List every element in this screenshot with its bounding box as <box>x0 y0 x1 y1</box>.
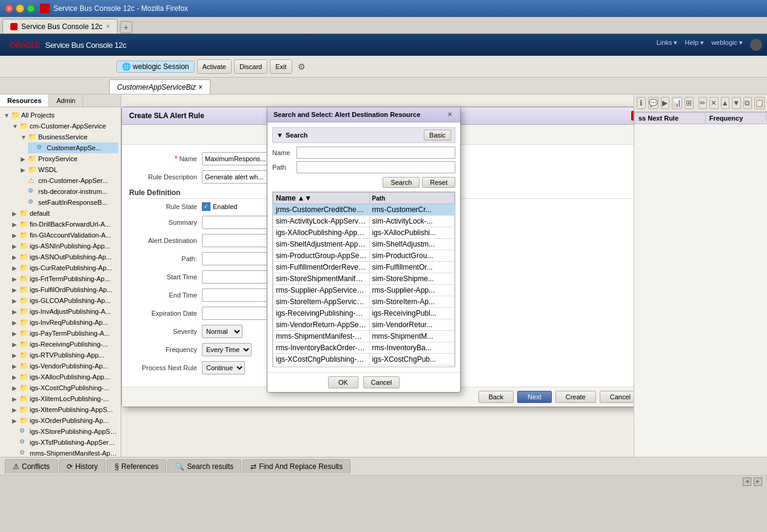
tree-item-fin-gl[interactable]: ▶ 📁 fin-GIAccountValidation-A... <box>11 230 118 241</box>
close-btn[interactable]: ✕ <box>5 4 13 13</box>
tree-item-customer-app[interactable]: ⚙ CustomerAppSe... <box>28 142 118 153</box>
inner-cancel-btn[interactable]: Cancel <box>363 376 400 388</box>
tree-item-cm2[interactable]: ⚠ cm-Customer-AppSer... <box>19 175 118 186</box>
tree-item-igs-frt[interactable]: ▶ 📁 igs-FrtTermPublishing-Ap... <box>11 273 118 284</box>
inner-dialog-close-btn[interactable]: × <box>446 110 454 119</box>
down-btn[interactable]: ▼ <box>732 97 741 109</box>
severity-select[interactable]: Normal Warning Critical Fatal <box>202 325 243 338</box>
tree-item-proxy-service[interactable]: ▶ 📁 ProxyService <box>19 153 118 164</box>
tree-item-igs-fulfil[interactable]: ▶ 📁 igs-FulfilOrdPublishing-Ap... <box>11 284 118 295</box>
table-row[interactable]: sim-ShelfAdjustment-AppServic... sim-She… <box>273 239 455 250</box>
table-row[interactable]: sim-ActivityLock-AppServiceDe... sim-Act… <box>273 216 455 227</box>
conflicts-tab[interactable]: ⚠ Conflicts <box>5 459 58 474</box>
tree-item-igs-xiloc[interactable]: ▶ 📁 igs-XIitemLocPublishing-... <box>11 393 118 404</box>
frequency-select[interactable]: Every Time Once <box>202 343 252 356</box>
col-path-header[interactable]: Path <box>369 193 454 204</box>
tree-item-igs-xtsf[interactable]: ⚙ igs-XTsfPublishing-AppServiceDecorator <box>11 437 118 448</box>
scroll-left-btn[interactable]: ◄ <box>743 477 751 486</box>
tree-item-igs-xstore[interactable]: ⚙ igs-XStorePublishing-AppServiceDecorat… <box>11 426 118 437</box>
info-btn[interactable]: ℹ <box>637 97 646 109</box>
basic-btn[interactable]: Basic <box>424 130 451 141</box>
search-section-header[interactable]: ▼ Search Basic <box>272 127 455 143</box>
settings-icon[interactable]: ⚙ <box>295 59 309 74</box>
table-row[interactable]: rms-Supplier-AppServiceDecor... rms-Supp… <box>273 285 455 296</box>
table-row[interactable]: sim-FulfillmentOrderReversePic... sim-Fu… <box>273 262 455 273</box>
paste-btn[interactable]: 📋 <box>754 97 765 109</box>
history-tab[interactable]: ⟳ History <box>59 459 106 474</box>
find-replace-tab[interactable]: ⇄ Find And Replace Results <box>243 459 350 474</box>
search-name-input[interactable] <box>296 147 455 159</box>
process-next-select[interactable]: Continue Stop <box>202 361 245 374</box>
table-row[interactable]: sim-StoreItem-AppServiceDeco... sim-Stor… <box>273 296 455 308</box>
up-btn[interactable]: ▲ <box>721 97 730 109</box>
tree-item-igs-glcoa[interactable]: ▶ 📁 igs-GLCOAPublishing-Ap... <box>11 295 118 306</box>
table-row[interactable]: jrms-CustomerCreditCheck-App... rms-Cust… <box>273 204 455 216</box>
grid-btn[interactable]: ⊞ <box>685 97 694 109</box>
tree-item-igs-cur[interactable]: ▶ 📁 igs-CurRatePublishing-Ap... <box>11 262 118 273</box>
tree-item-igs-xitem[interactable]: ▶ 📁 igs-XItemPublishing-AppS... <box>11 404 118 415</box>
table-row[interactable]: igs-XCostChgPublishing-AppSer... igs-XCo… <box>273 354 455 365</box>
user-menu[interactable]: weblogic ▾ <box>711 39 743 51</box>
scroll-right-btn[interactable]: ► <box>754 477 762 486</box>
help-menu[interactable]: Help ▾ <box>685 39 704 51</box>
browser-tab[interactable]: Service Bus Console 12c × <box>2 19 118 33</box>
tree-item-igs-rtv[interactable]: ▶ 📁 igs-RTVPublishing-App... <box>11 350 118 361</box>
references-tab[interactable]: § References <box>107 459 166 474</box>
search-execute-btn[interactable]: Search <box>383 177 420 188</box>
enabled-checkbox[interactable]: ✓ <box>202 202 210 211</box>
app-tab-close[interactable]: × <box>198 83 203 91</box>
tree-item-igs-asn-in[interactable]: ▶ 📁 igs-ASNInPublishing-App... <box>11 241 118 251</box>
tree-item-igs-xorder[interactable]: ▶ 📁 igs-XOrderPublishing-Ap... <box>11 415 118 426</box>
tree-item-mms[interactable]: ⚙ mms-ShipmentManifest-AppServiceDecorat… <box>11 448 118 457</box>
tree-item-fin-drill[interactable]: ▶ 📁 fin-DrillBackForwardUrl-A... <box>11 219 118 230</box>
discard-btn[interactable]: Discard <box>234 59 267 74</box>
comment-btn[interactable]: 💬 <box>648 97 658 109</box>
minimize-btn[interactable]: − <box>16 4 24 13</box>
tree-item-igs-asn-out[interactable]: ▶ 📁 igs-ASNOutPublishing-Ap... <box>11 251 118 262</box>
tree-item-igs-xcost[interactable]: ▶ 📁 igs-XCostChgPublishing-... <box>11 382 118 393</box>
activate-btn[interactable]: Activate <box>197 59 232 74</box>
table-row[interactable]: sim-VendorReturn-AppServiceD... sim-Vend… <box>273 319 455 331</box>
tree-item-business-service[interactable]: ▼ 📁 BusinessService <box>19 131 118 142</box>
tab-close-btn[interactable]: × <box>106 23 110 30</box>
delete-btn[interactable]: ✕ <box>709 97 718 109</box>
back-btn[interactable]: Back <box>478 391 514 403</box>
search-path-input[interactable] <box>296 161 455 173</box>
maximize-btn[interactable]: □ <box>27 4 35 13</box>
table-row[interactable]: igs-ReceivingPublishing-AppSer... igs-Re… <box>273 308 455 319</box>
table-row[interactable]: rms-InventoryBackOrder-AppS... rms-Inven… <box>273 342 455 354</box>
create-btn[interactable]: Create <box>555 391 596 403</box>
tree-item-set-fault[interactable]: ⚙ setFaultInResponseB... <box>19 197 118 208</box>
tree-item-igs-inv-req[interactable]: ▶ 📁 igs-InvReqPublishing-Ap... <box>11 317 118 328</box>
tree-item-all-projects[interactable]: ▼ 📁 All Projects <box>2 110 118 121</box>
results-table-container[interactable]: Name ▲▼ Path jrms-CustomerCreditCheck-Ap… <box>272 191 455 367</box>
next-btn[interactable]: Next <box>517 391 552 403</box>
cancel-btn[interactable]: Cancel <box>600 391 634 403</box>
ok-btn[interactable]: OK <box>328 376 358 388</box>
tree-item-igs-payterm[interactable]: ▶ 📁 igs-PayTermPublishing-A... <box>11 328 118 339</box>
tree-item-cm[interactable]: ▼ 📁 cm-Customer-AppService <box>11 121 118 131</box>
tree-item-igs-xalloc[interactable]: ▶ 📁 igs-XAllocPublishing-App... <box>11 371 118 382</box>
pencil-btn[interactable]: ✏ <box>698 97 708 109</box>
resources-tab[interactable]: Resources <box>0 95 49 107</box>
table-row[interactable]: sim-StoreShipmentManifest-App... sim-Sto… <box>273 273 455 285</box>
tree-item-igs-inv-adj[interactable]: ▶ 📁 igs-InvAdjustPublishing-A... <box>11 306 118 317</box>
tree-toggle[interactable]: ▼ <box>4 112 11 119</box>
new-tab-btn[interactable]: + <box>120 21 132 33</box>
tree-item-rsb[interactable]: ⚙ rsb-decorator-instrum... <box>19 186 118 197</box>
play-btn[interactable]: ▶ <box>661 97 670 109</box>
links-menu[interactable]: Links ▾ <box>657 39 678 51</box>
window-controls[interactable]: ✕ − □ <box>5 4 35 13</box>
table-row[interactable]: igs-XAllocPublishing-AppService... igs-X… <box>273 227 455 239</box>
search-results-tab[interactable]: 🔍 Search results <box>167 459 241 474</box>
admin-tab[interactable]: Admin <box>49 95 83 107</box>
table-row[interactable]: sim-ProductGroup-AppService-... sim-Prod… <box>273 250 455 262</box>
reset-btn[interactable]: Reset <box>422 177 455 188</box>
chart-btn[interactable]: 📊 <box>672 97 682 109</box>
app-tab-customer[interactable]: CustomerAppServiceBiz × <box>109 79 210 94</box>
copy-btn[interactable]: ⧉ <box>743 97 752 109</box>
tree-item-wsdl[interactable]: ▶ 📁 WSDL <box>19 164 118 175</box>
tree-item-igs-vendor[interactable]: ▶ 📁 igs-VendorPublishing-Ap... <box>11 361 118 371</box>
table-row[interactable]: mms-ShipmentManifest-AppSer... mms-Shipm… <box>273 331 455 342</box>
tree-item-igs-receiving[interactable]: ▶ 📁 igs-ReceivingPublishing-... <box>11 339 118 350</box>
